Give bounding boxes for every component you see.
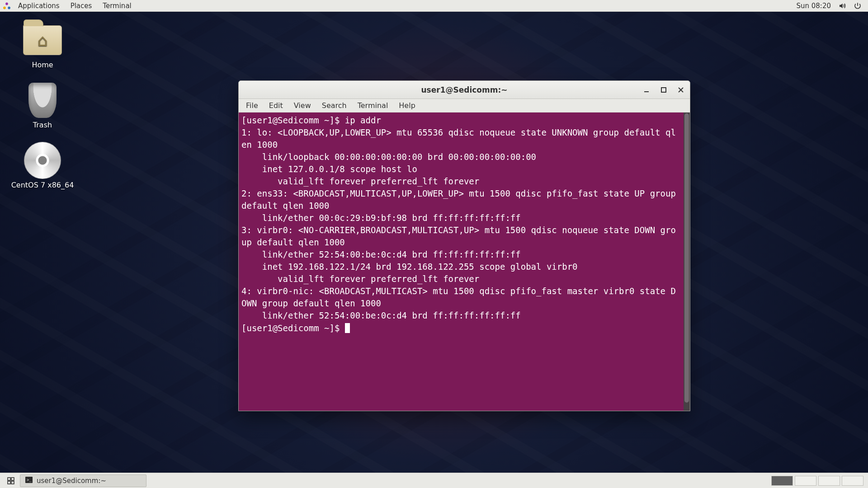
bottom-panel: >_ user1@Sedicomm:~ [0,473,868,488]
desktop-icon-label: Home [32,61,53,69]
desktop-icon-label: Trash [33,121,52,129]
menu-edit[interactable]: Edit [264,101,288,110]
workspace-3[interactable] [818,476,840,486]
scrollbar-thumb[interactable] [684,113,689,403]
svg-rect-8 [11,478,14,480]
window-title: user1@Sedicomm:~ [421,85,508,94]
terminal-output-text: [user1@Sedicomm ~]$ ip addr 1: lo: <LOOP… [241,115,681,333]
terminal-menubar: File Edit View Search Terminal Help [239,99,690,113]
desktop-icon-disc[interactable]: CentOS 7 x86_64 [11,143,74,189]
home-icon: ⌂ [24,26,61,55]
terminal-window: user1@Sedicomm:~ File Edit View Search T… [238,80,690,411]
svg-rect-7 [8,478,10,480]
svg-point-2 [8,6,10,9]
window-close-button[interactable] [674,84,688,96]
window-titlebar[interactable]: user1@Sedicomm:~ [239,81,690,99]
terminal-scrollbar[interactable] [684,113,690,411]
window-minimize-button[interactable] [639,84,654,96]
menu-view[interactable]: View [288,101,316,110]
distro-icon [3,2,10,9]
workspace-switcher [771,476,863,486]
trash-icon [28,83,57,118]
show-desktop-button[interactable] [2,474,20,487]
svg-rect-4 [661,88,666,92]
svg-rect-9 [8,481,10,484]
svg-text:>_: >_ [27,478,32,482]
terminal-output[interactable]: [user1@Sedicomm ~]$ ip addr 1: lo: <LOOP… [239,113,684,411]
desktop-icon-trash[interactable]: Trash [11,83,74,129]
workspace-2[interactable] [795,476,816,486]
desktop-icon-label: CentOS 7 x86_64 [11,181,74,189]
menu-terminal[interactable]: Terminal [352,101,394,110]
power-icon[interactable] [854,2,862,10]
menu-help[interactable]: Help [393,101,420,110]
desktop-icon-home[interactable]: ⌂ Home [11,23,74,69]
clock[interactable]: Sun 08:20 [796,2,831,10]
taskbar-item-terminal[interactable]: >_ user1@Sedicomm:~ [20,474,146,487]
folder-icon: ⌂ [23,25,62,55]
menu-places[interactable]: Places [65,2,98,10]
window-maximize-button[interactable] [656,84,671,96]
disc-icon [24,142,61,179]
workspace-1[interactable] [771,476,793,486]
volume-icon[interactable] [838,2,846,10]
menu-file[interactable]: File [241,101,264,110]
desktop: ⌂ Home Trash CentOS 7 x86_64 user1@Sedic… [0,12,868,473]
terminal-app-icon: >_ [25,476,33,486]
taskbar-item-label: user1@Sedicomm:~ [37,477,106,485]
workspace-4[interactable] [842,476,863,486]
menu-terminal-app[interactable]: Terminal [97,2,137,10]
terminal-cursor [345,323,350,333]
top-bar: Applications Places Terminal Sun 08:20 [0,0,868,12]
desktop-icons: ⌂ Home Trash CentOS 7 x86_64 [11,23,74,189]
svg-point-1 [3,6,6,9]
svg-rect-10 [11,481,14,484]
menu-applications[interactable]: Applications [13,2,65,10]
svg-point-0 [5,2,8,5]
menu-search[interactable]: Search [316,101,352,110]
